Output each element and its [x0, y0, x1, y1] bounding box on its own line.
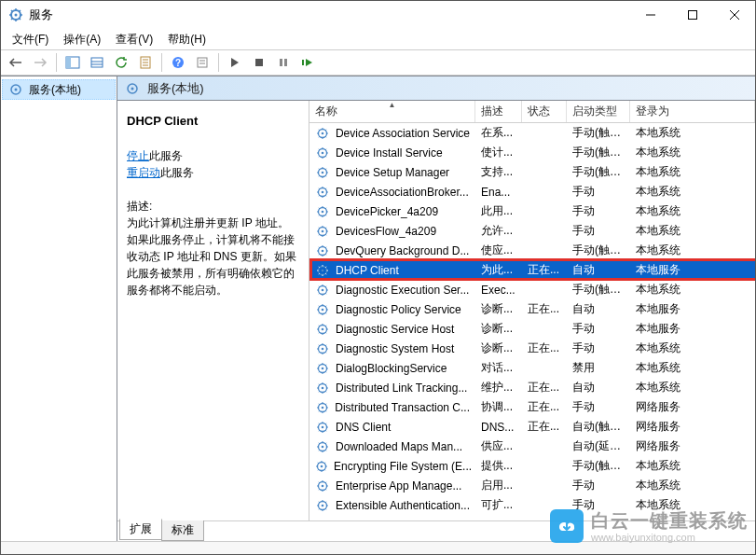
- body: 服务(本地) 服务(本地) DHCP Client 停止此服务: [1, 76, 755, 541]
- service-status-cell: 正在...: [522, 299, 567, 319]
- service-row[interactable]: Device Association Service在系...手动(触发...本…: [309, 123, 755, 143]
- column-desc[interactable]: 描述: [475, 101, 522, 122]
- service-row[interactable]: DNS ClientDNS...正在...自动(触发...网络服务: [309, 417, 755, 437]
- service-logon-cell: 本地系统: [630, 358, 755, 378]
- svg-rect-20: [255, 59, 263, 66]
- service-name-cell: DevicePicker_4a209: [336, 205, 438, 218]
- svg-point-57: [321, 406, 323, 409]
- column-start-type[interactable]: 启动类型: [567, 101, 630, 122]
- service-start-cell: 自动: [567, 260, 630, 280]
- start-service-button[interactable]: [224, 52, 246, 73]
- maximize-button[interactable]: [671, 1, 713, 29]
- refresh-button[interactable]: [110, 52, 132, 73]
- service-status-cell: [522, 465, 567, 468]
- menu-help[interactable]: 帮助(H): [160, 30, 213, 49]
- service-row[interactable]: DevicePicker_4a209此用...手动本地系统: [309, 201, 755, 221]
- service-row[interactable]: Distributed Link Tracking...维护...正在...自动…: [309, 378, 755, 397]
- svg-rect-3: [688, 11, 696, 20]
- service-row[interactable]: Extensible Authentication...可扩...手动本地系统: [309, 495, 755, 515]
- list-body[interactable]: Device Association Service在系...手动(触发...本…: [309, 123, 755, 520]
- service-row[interactable]: Distributed Transaction C...协调...正在...手动…: [309, 397, 755, 417]
- nav-forward-button[interactable]: [29, 52, 51, 73]
- service-name-cell: Extensible Authentication...: [336, 499, 470, 512]
- column-name[interactable]: ▲ 名称: [309, 101, 475, 122]
- svg-point-55: [322, 386, 324, 389]
- svg-point-67: [322, 504, 324, 506]
- description-label: 描述:: [127, 198, 299, 215]
- nav-back-button[interactable]: [5, 52, 27, 73]
- service-gear-icon: [315, 126, 330, 141]
- filter-button[interactable]: [191, 52, 213, 73]
- service-row[interactable]: Diagnostic Policy Service诊断...正在...自动本地服…: [309, 299, 755, 319]
- service-row[interactable]: Diagnostic System Host诊断...正在...手动本地系统: [309, 339, 755, 358]
- service-desc-cell: 提供...: [475, 456, 522, 476]
- service-gear-icon: [315, 263, 330, 278]
- service-row[interactable]: Device Setup Manager支持...手动(触发...本地系统: [309, 162, 755, 182]
- service-status-cell: 正在...: [522, 260, 567, 280]
- service-status-cell: [522, 171, 567, 174]
- service-start-cell: 自动: [567, 378, 630, 397]
- service-name-cell: DeviceAssociationBroker...: [336, 186, 469, 199]
- service-desc-cell: 启用...: [475, 476, 522, 495]
- bottom-tabs: 扩展 标准: [117, 520, 755, 541]
- tree-root-item[interactable]: 服务(本地): [2, 79, 116, 100]
- restart-service-link[interactable]: 重启动: [127, 166, 160, 179]
- close-button[interactable]: [713, 1, 755, 29]
- menu-action[interactable]: 操作(A): [56, 30, 108, 49]
- service-start-cell: 手动: [567, 182, 630, 201]
- menu-view[interactable]: 查看(V): [108, 30, 160, 49]
- svg-point-45: [322, 288, 324, 291]
- column-status[interactable]: 状态: [522, 101, 567, 122]
- service-row[interactable]: DevQuery Background D...使应...手动(触发...本地系…: [309, 241, 755, 260]
- service-name-cell: Encrypting File System (E...: [334, 460, 472, 473]
- tab-extended[interactable]: 扩展: [119, 519, 162, 540]
- service-start-cell: 手动(触发...: [567, 241, 630, 260]
- svg-rect-21: [280, 59, 282, 66]
- service-status-cell: 正在...: [522, 417, 567, 437]
- service-row[interactable]: DevicesFlow_4a209允许...手动本地系统: [309, 221, 755, 241]
- export-list-button[interactable]: [86, 52, 108, 73]
- service-start-cell: 手动(触发...: [567, 123, 630, 143]
- stop-service-button[interactable]: [248, 52, 270, 73]
- service-name-cell: Enterprise App Manage...: [336, 479, 461, 493]
- right-pane: 服务(本地) DHCP Client 停止此服务 重启动此服务 描述: 为此计算…: [117, 76, 755, 541]
- service-gear-icon: [315, 185, 330, 200]
- service-start-cell: 手动(触发...: [567, 162, 630, 182]
- service-gear-icon: [315, 479, 330, 493]
- service-row[interactable]: Downloaded Maps Man...供应...自动(延迟...网络服务: [309, 437, 755, 456]
- service-desc-cell: Ena...: [475, 184, 522, 201]
- svg-point-27: [131, 87, 134, 90]
- service-row[interactable]: DialogBlockingService对话...禁用本地系统: [309, 358, 755, 378]
- menu-file[interactable]: 文件(F): [5, 30, 56, 49]
- service-gear-icon: [315, 361, 330, 376]
- column-logon-as[interactable]: 登录为: [630, 101, 755, 122]
- properties-button[interactable]: [134, 52, 157, 73]
- toolbar: ?: [1, 49, 755, 76]
- pause-service-button[interactable]: [272, 52, 295, 73]
- show-hide-tree-button[interactable]: [62, 52, 84, 73]
- svg-point-49: [322, 327, 324, 330]
- tab-standard[interactable]: 标准: [161, 520, 204, 541]
- service-row[interactable]: Device Install Service使计...手动(触发...本地系统: [309, 143, 755, 162]
- service-row[interactable]: Diagnostic Service Host诊断...手动本地服务: [309, 319, 755, 339]
- service-logon-cell: 本地系统: [630, 280, 755, 299]
- service-row[interactable]: Encrypting File System (E...提供...手动(触发..…: [309, 456, 755, 476]
- service-status-cell: [522, 132, 567, 135]
- restart-suffix: 此服务: [160, 166, 194, 179]
- service-row[interactable]: Diagnostic Execution Ser...Exec...手动(触发.…: [309, 280, 755, 299]
- right-body: DHCP Client 停止此服务 重启动此服务 描述: 为此计算机注册并更新 …: [117, 101, 755, 520]
- svg-point-47: [322, 308, 324, 311]
- service-desc-cell: Exec...: [475, 282, 522, 298]
- help-button[interactable]: ?: [167, 52, 189, 73]
- stop-suffix: 此服务: [149, 149, 183, 162]
- service-status-cell: [522, 190, 567, 194]
- service-row[interactable]: DHCP Client为此...正在...自动本地服务: [309, 260, 755, 280]
- stop-service-link[interactable]: 停止: [127, 149, 149, 162]
- service-row[interactable]: DeviceAssociationBroker...Ena...手动本地系统: [309, 182, 755, 201]
- right-header-label: 服务(本地): [147, 80, 204, 97]
- service-row[interactable]: Enterprise App Manage...启用...手动本地系统: [309, 476, 755, 495]
- service-status-cell: 正在...: [522, 378, 567, 397]
- restart-service-button[interactable]: [296, 52, 319, 73]
- tree-pane: 服务(本地): [1, 76, 117, 541]
- minimize-button[interactable]: [629, 1, 671, 29]
